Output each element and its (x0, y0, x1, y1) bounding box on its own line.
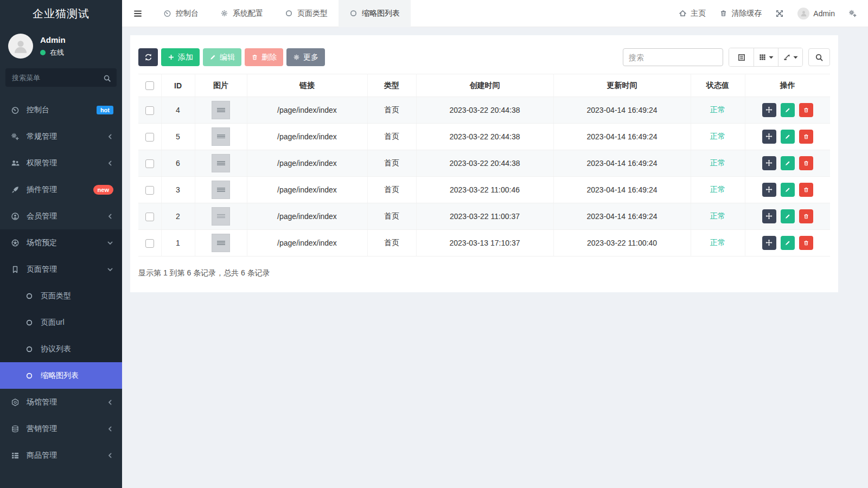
row-delete-button[interactable] (799, 103, 813, 117)
sidebar-item-console[interactable]: 控制台 hot (0, 97, 122, 123)
tab-page-type[interactable]: 页面类型 (274, 0, 339, 27)
sidebar-item-marketing[interactable]: 营销管理 (0, 415, 122, 442)
sidebar-item-auth[interactable]: 权限管理 (0, 150, 122, 176)
delete-button[interactable]: 删除 (245, 48, 283, 66)
more-button[interactable]: 更多 (286, 48, 325, 66)
sidebar-item-page-manage[interactable]: 页面管理 (0, 256, 122, 282)
sidebar-subitem-thumb-list[interactable]: 缩略图列表 (0, 362, 122, 389)
home-link[interactable]: 主页 (679, 9, 706, 18)
column-header-updated[interactable]: 更新时间 (553, 74, 691, 97)
columns-button[interactable] (754, 48, 778, 66)
row-delete-button[interactable] (799, 236, 813, 250)
cell-link: /page/index/index (247, 203, 367, 230)
table-row[interactable]: 6 /page/index/index 首页 2023-03-22 20:44:… (138, 150, 830, 177)
cell-type: 首页 (367, 203, 416, 230)
avatar[interactable] (8, 34, 33, 59)
search-icon (815, 53, 824, 62)
sidebar-item-venue-manage[interactable]: 场馆管理 (0, 389, 122, 415)
row-edit-button[interactable] (781, 183, 795, 197)
sidebar-toggle-button[interactable] (130, 5, 146, 22)
row-delete-button[interactable] (799, 156, 813, 170)
row-edit-button[interactable] (781, 236, 795, 250)
row-edit-button[interactable] (781, 156, 795, 170)
coins-icon (11, 425, 20, 433)
sidebar-item-general[interactable]: 常规管理 (0, 123, 122, 150)
row-checkbox[interactable] (145, 106, 154, 115)
column-header-link[interactable]: 链接 (247, 74, 367, 97)
column-header-created[interactable]: 创建时间 (416, 74, 553, 97)
export-button[interactable] (778, 48, 802, 66)
row-checkbox[interactable] (145, 186, 154, 195)
cell-updated: 2023-04-14 16:49:24 (553, 203, 691, 230)
settings-button[interactable] (848, 9, 857, 18)
row-delete-button[interactable] (799, 183, 813, 197)
drag-sort-button[interactable] (762, 183, 776, 197)
thumbnail-image[interactable] (212, 234, 230, 252)
thumbnail-image[interactable] (212, 127, 230, 146)
avatar (797, 8, 809, 20)
tab-console[interactable]: 控制台 (152, 0, 209, 27)
tab-thumb-list[interactable]: 缩略图列表 (339, 0, 411, 27)
add-button[interactable]: 添加 (161, 48, 200, 66)
select-all-checkbox[interactable] (145, 81, 154, 90)
search-submit-button[interactable] (808, 48, 830, 66)
sidebar-item-goods[interactable]: 商品管理 (0, 442, 122, 468)
menu-search-input[interactable] (5, 68, 117, 87)
row-checkbox[interactable] (145, 213, 154, 221)
drag-sort-button[interactable] (762, 130, 776, 144)
sidebar-item-member[interactable]: 会员管理 (0, 203, 122, 229)
table-row[interactable]: 5 /page/index/index 首页 2023-03-22 20:44:… (138, 124, 830, 150)
row-delete-button[interactable] (799, 130, 813, 144)
sidebar-subitem-page-url[interactable]: 页面url (0, 309, 122, 336)
row-checkbox[interactable] (145, 239, 154, 248)
row-checkbox[interactable] (145, 159, 154, 168)
thumbnail-image[interactable] (212, 181, 230, 199)
edit-button[interactable]: 编辑 (203, 48, 241, 66)
cell-type: 首页 (367, 230, 416, 256)
sidebar-subitem-protocol-list[interactable]: 协议列表 (0, 336, 122, 362)
thumbnail-image[interactable] (212, 101, 230, 119)
sidebar-subitem-page-type[interactable]: 页面类型 (0, 282, 122, 309)
cell-type: 首页 (367, 97, 416, 124)
row-edit-button[interactable] (781, 103, 795, 117)
fullscreen-button[interactable] (775, 9, 784, 18)
column-header-id[interactable]: ID (161, 74, 195, 97)
sidebar-menu: 控制台 hot 常规管理 权限管理 插件管理 new 会员管理 场馆预定 (0, 97, 122, 468)
cell-link: /page/index/index (247, 124, 367, 150)
users-icon (11, 159, 20, 168)
user-menu[interactable]: Admin (797, 8, 835, 20)
pencil-icon (784, 107, 791, 113)
tab-system-config[interactable]: 系统配置 (209, 0, 274, 27)
chevron-left-icon (107, 452, 113, 459)
drag-sort-button[interactable] (762, 209, 776, 223)
sidebar-item-addon[interactable]: 插件管理 new (0, 176, 122, 203)
home-icon (679, 9, 687, 17)
thumbnail-image[interactable] (212, 154, 230, 172)
clear-cache-button[interactable]: 清除缓存 (719, 9, 762, 18)
table-row[interactable]: 3 /page/index/index 首页 2023-03-22 11:00:… (138, 177, 830, 203)
drag-sort-button[interactable] (762, 236, 776, 250)
search-icon (103, 74, 111, 82)
move-icon (765, 133, 773, 140)
record-summary: 显示第 1 到第 6 条记录，总共 6 条记录 (138, 268, 830, 278)
gear-icon (293, 54, 300, 61)
table-row[interactable]: 1 /page/index/index 首页 2023-03-13 17:10:… (138, 230, 830, 256)
drag-sort-button[interactable] (762, 103, 776, 117)
thumbnail-image[interactable] (212, 207, 230, 226)
cell-id: 3 (161, 177, 195, 203)
table-row[interactable]: 4 /page/index/index 首页 2023-03-22 20:44:… (138, 97, 830, 124)
drag-sort-button[interactable] (762, 156, 776, 170)
row-edit-button[interactable] (781, 130, 795, 144)
table-search-input[interactable] (623, 48, 723, 66)
column-header-image[interactable]: 图片 (195, 74, 247, 97)
refresh-button[interactable] (138, 48, 158, 66)
sidebar-item-venue-booking[interactable]: 场馆预定 (0, 229, 122, 256)
row-delete-button[interactable] (799, 209, 813, 223)
user-icon (11, 212, 20, 221)
detail-view-button[interactable] (729, 48, 754, 66)
column-header-status[interactable]: 状态值 (691, 74, 745, 97)
row-edit-button[interactable] (781, 209, 795, 223)
row-checkbox[interactable] (145, 133, 154, 142)
table-row[interactable]: 2 /page/index/index 首页 2023-03-22 11:00:… (138, 203, 830, 230)
column-header-type[interactable]: 类型 (367, 74, 416, 97)
